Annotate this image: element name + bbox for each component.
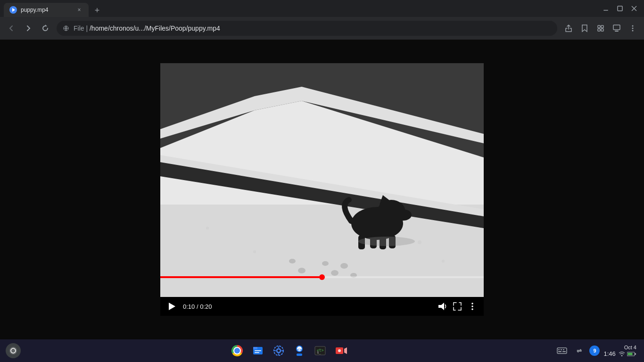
title-bar: puppy.mp4 × + xyxy=(0,0,644,17)
volume-button[interactable] xyxy=(437,301,448,312)
svg-point-36 xyxy=(289,259,296,263)
play-pause-button[interactable] xyxy=(166,301,177,312)
svg-point-34 xyxy=(322,261,329,266)
svg-marker-5 xyxy=(45,25,47,26)
address-text: File | /home/chronos/u.../MyFiles/Poop/p… xyxy=(74,25,552,32)
svg-point-56 xyxy=(277,349,281,353)
video-progress-dot xyxy=(319,274,325,280)
more-options-button[interactable] xyxy=(467,301,478,312)
share-button[interactable] xyxy=(561,21,576,36)
svg-point-38 xyxy=(418,240,421,244)
taskbar-settings[interactable] xyxy=(269,341,288,360)
tab-favicon xyxy=(9,6,17,14)
svg-rect-71 xyxy=(563,349,564,350)
video-progress-fill xyxy=(160,276,322,278)
svg-rect-55 xyxy=(255,352,259,353)
taskbar: <> <t> $_ xyxy=(0,339,644,362)
address-favicon xyxy=(62,25,70,32)
svg-rect-8 xyxy=(598,25,600,28)
svg-rect-76 xyxy=(635,353,636,355)
svg-rect-10 xyxy=(598,29,600,31)
keyboard-icon[interactable] xyxy=(555,344,569,357)
address-separator: | xyxy=(86,25,90,32)
reload-button[interactable] xyxy=(38,21,53,36)
taskbar-files[interactable] xyxy=(248,341,267,360)
svg-rect-54 xyxy=(255,350,261,351)
svg-rect-68 xyxy=(557,348,567,354)
svg-point-74 xyxy=(621,355,623,356)
more-button[interactable] xyxy=(625,21,640,36)
svg-point-40 xyxy=(442,260,445,263)
svg-text:<>: <> xyxy=(297,347,302,352)
window-minimize-button[interactable] xyxy=(600,2,612,15)
video-controls: 0:10 / 0:20 xyxy=(160,297,484,316)
tab-title: puppy.mp4 xyxy=(21,7,72,13)
svg-point-33 xyxy=(331,270,339,276)
window-close-button[interactable] xyxy=(628,2,640,15)
svg-rect-1 xyxy=(603,10,608,11)
address-full: /home/chronos/u.../MyFiles/Poop/puppy.mp… xyxy=(90,25,220,32)
svg-point-46 xyxy=(471,308,473,310)
svg-point-45 xyxy=(471,305,473,307)
taskbar-screen-recorder[interactable] xyxy=(331,341,350,360)
svg-marker-0 xyxy=(12,8,15,12)
date-time-display[interactable]: Oct 4 1:46 xyxy=(603,345,636,357)
ime-label: ⇌ xyxy=(577,347,582,354)
svg-rect-77 xyxy=(628,353,633,355)
taskbar-terminal[interactable]: <t> $_ xyxy=(311,341,330,360)
active-tab[interactable]: puppy.mp4 × xyxy=(4,3,89,17)
window-maximize-button[interactable] xyxy=(614,2,626,15)
svg-rect-2 xyxy=(618,6,622,11)
taskbar-right: ⇌ 9 Oct 4 1:46 xyxy=(555,344,640,357)
svg-text:$_: $_ xyxy=(317,351,321,354)
svg-rect-72 xyxy=(558,351,561,352)
date-display: Oct 4 xyxy=(624,345,636,350)
address-bar[interactable]: File | /home/chronos/u.../MyFiles/Poop/p… xyxy=(57,21,557,36)
svg-point-37 xyxy=(206,227,209,230)
svg-marker-43 xyxy=(438,303,444,310)
fullscreen-button[interactable] xyxy=(452,301,463,312)
svg-point-15 xyxy=(632,28,634,29)
tab-strip: puppy.mp4 × + xyxy=(4,0,598,17)
ime-button[interactable]: ⇌ xyxy=(572,344,586,357)
svg-rect-70 xyxy=(561,349,562,350)
video-container: 0:10 / 0:20 xyxy=(160,63,484,316)
video-progress-bar[interactable] xyxy=(160,276,484,278)
svg-rect-12 xyxy=(613,25,620,30)
nav-bar: File | /home/chronos/u.../MyFiles/Poop/p… xyxy=(0,17,644,40)
taskbar-linux[interactable]: <> xyxy=(290,341,309,360)
taskbar-chrome[interactable] xyxy=(228,341,247,360)
svg-point-25 xyxy=(395,209,412,221)
svg-rect-9 xyxy=(601,25,603,28)
new-tab-button[interactable]: + xyxy=(91,4,104,17)
notification-badge[interactable]: 9 xyxy=(589,346,600,356)
launcher-button[interactable] xyxy=(6,343,21,358)
window-controls xyxy=(600,2,640,15)
battery-icon xyxy=(627,351,636,357)
svg-rect-61 xyxy=(297,354,302,356)
svg-point-35 xyxy=(298,268,305,273)
svg-rect-73 xyxy=(562,351,566,352)
bookmark-button[interactable] xyxy=(577,21,592,36)
svg-rect-11 xyxy=(601,29,603,31)
svg-rect-53 xyxy=(253,347,257,349)
svg-point-44 xyxy=(471,303,473,304)
tab-close-button[interactable]: × xyxy=(75,6,83,14)
profile-button[interactable] xyxy=(609,21,624,36)
browser-frame: puppy.mp4 × + xyxy=(0,0,644,362)
svg-marker-66 xyxy=(344,347,347,354)
forward-button[interactable] xyxy=(21,21,36,36)
time-display-taskbar: 1:46 xyxy=(603,350,636,357)
svg-point-14 xyxy=(632,25,634,27)
taskbar-center: <> <t> $_ xyxy=(23,341,555,360)
nav-right-buttons xyxy=(561,21,640,36)
svg-point-16 xyxy=(632,30,634,32)
svg-point-41 xyxy=(358,237,415,246)
address-protocol: File xyxy=(74,25,84,32)
extensions-button[interactable] xyxy=(593,21,608,36)
back-button[interactable] xyxy=(4,21,19,36)
video-controls-right xyxy=(437,301,478,312)
svg-point-39 xyxy=(253,250,256,253)
svg-point-31 xyxy=(340,263,348,269)
video-frame xyxy=(160,63,484,297)
